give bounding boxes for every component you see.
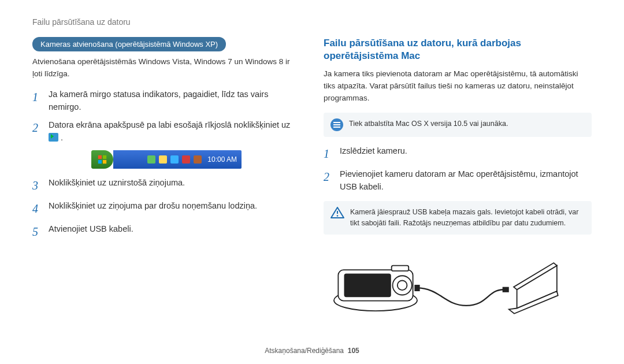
safely-remove-icon (49, 133, 58, 142)
camera-usb-laptop-diagram (324, 250, 566, 319)
step-3: 3 Noklikšķiniet uz uznirstošā ziņojuma. (32, 177, 300, 194)
right-intro: Ja kamera tiks pievienota datoram ar Mac… (324, 68, 592, 105)
step-text: Atvienojiet USB kabeli. (49, 223, 300, 240)
step-5: 5 Atvienojiet USB kabeli. (32, 223, 300, 240)
step-text-inner: Datora ekrāna apakšpusē pa labi esošajā … (49, 120, 290, 129)
tray-icon (194, 155, 202, 164)
warning-note-text: Kamerā jāiesprauž USB kabeļa mazais gals… (350, 207, 585, 229)
step-text: Pievienojiet kameru datoram ar Mac operē… (340, 168, 592, 194)
warning-icon (330, 207, 344, 218)
footer-section: Atskaņošana/Rediģēšana (265, 347, 344, 355)
svg-rect-1 (103, 155, 106, 159)
step-number: 1 (32, 88, 42, 114)
taskbar-clock: 10:00 AM (207, 155, 237, 164)
step-text: Datora ekrāna apakšpusē pa labi esošajā … (49, 119, 300, 144)
left-steps: 1 Ja kamerā mirgo statusa indikators, pa… (32, 88, 300, 144)
tray-icon (147, 155, 155, 164)
svg-rect-12 (392, 266, 409, 271)
mac-section-heading: Failu pārsūtīšana uz datoru, kurā darboj… (324, 37, 592, 62)
laptop-icon (509, 263, 558, 314)
usb-plug-large-icon (503, 287, 509, 292)
step-number: 1 (324, 145, 333, 162)
step-2: 2 Pievienojiet kameru datoram ar Mac ope… (324, 168, 592, 194)
tray-icon (170, 155, 179, 164)
info-icon (330, 118, 343, 131)
step-text-period: . (61, 133, 63, 142)
svg-point-6 (337, 216, 339, 217)
content-columns: Kameras atvienošana (operētājsistēmā Win… (32, 37, 592, 321)
taskbar-tray: 10:00 AM (113, 150, 242, 169)
step-number: 2 (324, 168, 333, 194)
step-number: 5 (32, 223, 42, 240)
info-note-text: Tiek atbalstīta Mac OS X versija 10.5 va… (349, 118, 508, 129)
step-number: 4 (32, 200, 42, 217)
step-text: Noklikšķiniet uz uznirstošā ziņojuma. (49, 177, 300, 194)
warning-note: Kamerā jāiesprauž USB kabeļa mazais gals… (324, 201, 592, 235)
left-intro: Atvienošana operētājsistēmās Windows Vis… (32, 56, 300, 80)
step-number: 2 (32, 119, 42, 144)
camera-icon (334, 266, 417, 311)
left-steps-cont: 3 Noklikšķiniet uz uznirstošā ziņojuma. … (32, 177, 300, 240)
step-4: 4 Noklikšķiniet uz ziņojuma par drošu no… (32, 200, 300, 217)
info-note: Tiek atbalstīta Mac OS X versija 10.5 va… (324, 113, 592, 137)
page-number: 105 (348, 347, 359, 355)
step-text: Ja kamerā mirgo statusa indikators, paga… (49, 88, 300, 114)
usb-plug-small-icon (414, 285, 419, 291)
start-button-icon (91, 150, 113, 169)
step-1: 1 Ja kamerā mirgo statusa indikators, pa… (32, 88, 300, 114)
usb-cable-icon (417, 288, 504, 305)
step-text: Izslēdziet kameru. (340, 145, 592, 162)
right-steps: 1 Izslēdziet kameru. 2 Pievienojiet kame… (324, 145, 592, 194)
page-header: Failu pārsūtīšana uz datoru (32, 17, 592, 27)
step-2: 2 Datora ekrāna apakšpusē pa labi esošaj… (32, 119, 300, 144)
step-text: Noklikšķiniet uz ziņojuma par drošu noņe… (49, 200, 300, 217)
tray-icon (182, 155, 190, 164)
right-column: Failu pārsūtīšana uz datoru, kurā darboj… (324, 37, 592, 321)
windows-taskbar-mock: 10:00 AM (91, 150, 242, 169)
section-pill-windows-xp: Kameras atvienošana (operētājsistēmā Win… (32, 37, 226, 51)
svg-rect-3 (103, 160, 106, 164)
step-number: 3 (32, 177, 42, 194)
svg-rect-9 (344, 274, 390, 296)
svg-rect-0 (98, 155, 102, 159)
step-1: 1 Izslēdziet kameru. (324, 145, 592, 162)
svg-point-11 (398, 280, 407, 290)
page-footer: Atskaņošana/Rediģēšana 105 (0, 347, 624, 355)
tray-icon (159, 155, 167, 164)
left-column: Kameras atvienošana (operētājsistēmā Win… (32, 37, 300, 321)
svg-rect-2 (98, 160, 102, 164)
